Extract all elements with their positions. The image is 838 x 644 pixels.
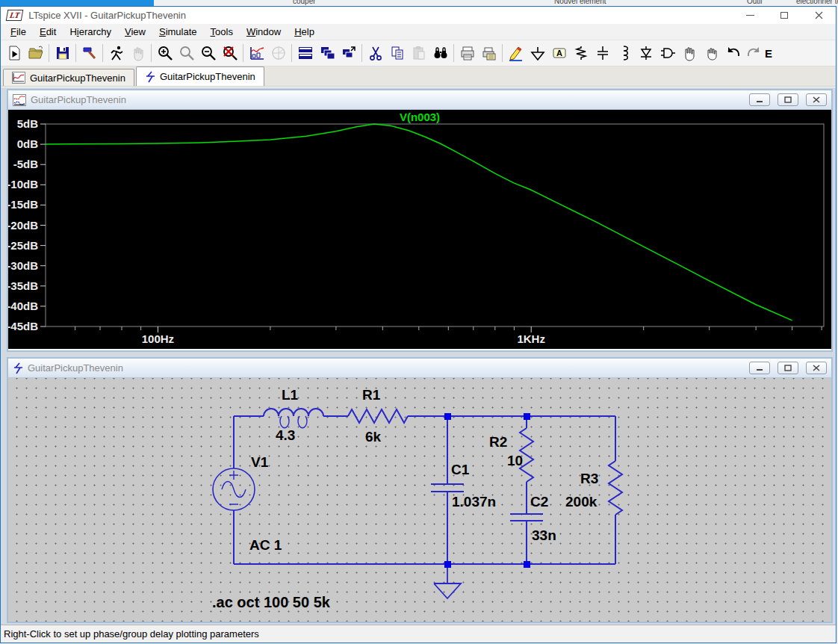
copy-icon [389, 45, 406, 61]
place-capacitor-button[interactable] [592, 43, 613, 64]
menu-item-edit[interactable]: Edit [33, 24, 63, 40]
component-value-C2[interactable]: 33n [532, 528, 556, 544]
tab-schematic[interactable]: GuitarPickupThevenin [136, 66, 264, 86]
place-resistor-button[interactable] [570, 43, 592, 64]
zoom-full-extents-icon [222, 45, 238, 61]
menu-item-tools[interactable]: Tools [204, 24, 240, 40]
new-schematic-icon [6, 45, 22, 61]
schematic-minimize-button[interactable] [749, 362, 770, 374]
cascade-windows-button[interactable] [316, 43, 338, 64]
place-inductor-button[interactable] [613, 43, 635, 64]
binoculars-icon [432, 45, 449, 61]
trace-legend[interactable]: V(n003) [8, 111, 831, 123]
y-axis-tick-label: -40dB [8, 300, 38, 312]
open-folder-icon [28, 45, 44, 61]
y-axis-tick-label: -20dB [8, 219, 38, 232]
draw-wire-button[interactable] [505, 43, 527, 64]
tile-windows-button[interactable] [294, 43, 316, 64]
y-axis-tick-label: -5dB [13, 158, 39, 170]
component-ref-C2[interactable]: C2 [530, 495, 548, 510]
schematic-restore-button[interactable] [778, 362, 798, 374]
spice-directive[interactable]: .ac oct 100 50 5k [212, 594, 330, 610]
zoom-back-icon [179, 45, 195, 61]
resistor-R3-symbol[interactable] [609, 461, 622, 515]
component-value-L1[interactable]: 4.3 [276, 428, 295, 444]
menu-item-window[interactable]: Window [240, 24, 288, 40]
tab-waveform[interactable]: GuitarPickupThevenin [3, 69, 134, 86]
clipped-toolbar-button[interactable]: E [765, 47, 772, 60]
save-button[interactable] [52, 43, 73, 64]
zoom-in-button[interactable] [154, 43, 176, 64]
close-icon [813, 365, 820, 371]
capacitor-icon [595, 45, 611, 61]
waveform-plot-pane[interactable]: 5dB0dB-5dB-10dB-15dB-20dB-25dB-30dB-35dB… [8, 110, 831, 349]
minimize-button[interactable] [733, 7, 767, 24]
move-button[interactable] [678, 43, 700, 64]
component-value-V1[interactable]: AC 1 [249, 538, 282, 554]
component-ref-R2[interactable]: R2 [489, 435, 507, 451]
halt-button[interactable] [127, 43, 149, 64]
inductor-L1-symbol[interactable] [264, 409, 323, 416]
undo-button[interactable] [721, 43, 743, 64]
zoom-out-button[interactable] [197, 43, 219, 64]
menu-item-hierarchy[interactable]: Hierarchy [63, 24, 118, 40]
diode-icon [638, 45, 654, 61]
close-button[interactable] [801, 7, 836, 24]
menu-item-file[interactable]: File [4, 24, 33, 40]
place-ground-button[interactable] [527, 43, 548, 64]
zoom-full-extents-button[interactable] [219, 43, 240, 64]
cut-button[interactable] [364, 43, 386, 64]
and-gate-icon [659, 45, 676, 61]
trace-v-n003[interactable] [46, 124, 792, 321]
waveform-minimize-button[interactable] [749, 93, 770, 106]
component-ref-R3[interactable]: R3 [580, 471, 598, 487]
find-button[interactable] [429, 43, 451, 64]
waveform-window-titlebar[interactable]: GuitarPickupThevenin [8, 90, 831, 110]
place-net-label-button[interactable]: A [548, 43, 570, 64]
menu-item-help[interactable]: Help [288, 24, 321, 40]
cascade-windows-arrow-button[interactable] [338, 43, 359, 64]
component-value-C1[interactable]: 1.037n [452, 495, 496, 510]
schematic-window-titlebar[interactable]: GuitarPickupThevenin [8, 359, 831, 378]
component-value-R1[interactable]: 6k [365, 430, 381, 445]
zoom-out-icon [200, 45, 217, 61]
plot-settings-button[interactable] [267, 43, 289, 64]
component-ref-R1[interactable]: R1 [362, 388, 380, 403]
maximize-button[interactable] [767, 7, 801, 24]
ltspice-logo-icon: LT [6, 10, 24, 21]
minimize-icon [746, 15, 754, 16]
tab-label: GuitarPickupThevenin [30, 72, 125, 84]
bode-magnitude-plot[interactable]: 5dB0dB-5dB-10dB-15dB-20dB-25dB-30dB-35dB… [8, 110, 831, 349]
component-value-R2[interactable]: 10 [507, 453, 523, 469]
paste-button[interactable] [408, 43, 429, 64]
new-schematic-button[interactable] [3, 43, 25, 64]
drag-button[interactable] [700, 43, 721, 64]
place-diode-button[interactable] [635, 43, 657, 64]
component-ref-L1[interactable]: L1 [282, 388, 298, 403]
menu-item-view[interactable]: View [118, 24, 152, 40]
open-button[interactable] [25, 43, 46, 64]
component-value-R3[interactable]: 200k [565, 495, 597, 510]
redo-button[interactable] [743, 43, 765, 64]
ground-symbol[interactable] [434, 564, 461, 598]
component-ref-C1[interactable]: C1 [451, 462, 469, 478]
print-button[interactable] [456, 43, 478, 64]
schematic-close-button[interactable] [806, 362, 827, 374]
control-panel-button[interactable] [78, 43, 100, 64]
capacitor-C2-symbol[interactable] [510, 514, 543, 521]
schematic-canvas[interactable]: L1 4.3 R1 6k V1 AC 1 C1 1.037n R2 10 C2 … [8, 378, 831, 622]
resistor-R1-symbol[interactable] [348, 409, 408, 423]
zoom-back-button[interactable] [176, 43, 197, 64]
place-component-button[interactable] [657, 43, 678, 64]
redo-icon [746, 45, 763, 61]
copy-button[interactable] [386, 43, 408, 64]
print-preview-button[interactable] [478, 43, 500, 64]
waveform-restore-button[interactable] [778, 93, 798, 106]
capacitor-C1-symbol[interactable] [431, 484, 464, 492]
run-button[interactable] [105, 43, 127, 64]
menu-item-simulate[interactable]: Simulate [152, 24, 204, 40]
minimize-icon [756, 365, 763, 371]
waveform-close-button[interactable] [806, 93, 827, 106]
autorange-y-axis-button[interactable] [246, 43, 267, 64]
component-ref-V1[interactable]: V1 [251, 455, 268, 471]
